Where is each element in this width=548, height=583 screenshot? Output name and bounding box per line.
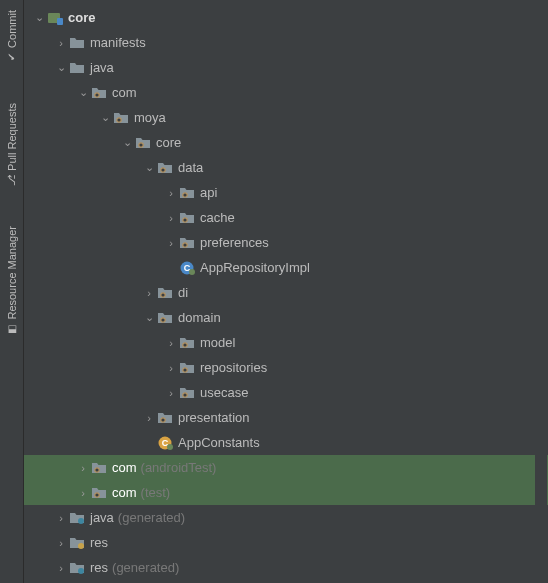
package-icon bbox=[178, 209, 196, 227]
svg-point-16 bbox=[183, 392, 187, 396]
chevron-right-icon[interactable]: › bbox=[164, 387, 178, 399]
svg-point-8 bbox=[183, 242, 187, 246]
tree-row-package-cache[interactable]: ›cache bbox=[24, 205, 548, 230]
svg-rect-1 bbox=[57, 18, 63, 25]
project-tree[interactable]: ⌄core›manifests⌄java⌄com⌄moya⌄core⌄data›… bbox=[24, 0, 548, 583]
chevron-right-icon[interactable]: › bbox=[164, 212, 178, 224]
tree-row-package-presentation[interactable]: ›presentation bbox=[24, 405, 548, 430]
commit-icon: ✔ bbox=[6, 52, 17, 63]
side-tab-label: Resource Manager bbox=[6, 226, 18, 320]
chevron-down-icon[interactable]: ⌄ bbox=[142, 311, 156, 324]
genfolder-icon bbox=[68, 509, 86, 527]
tree-hint: (test) bbox=[141, 485, 171, 500]
package-icon bbox=[156, 309, 174, 327]
chevron-right-icon[interactable]: › bbox=[54, 537, 68, 549]
tree-label: com bbox=[112, 485, 137, 500]
tree-row-folder-java[interactable]: ⌄java bbox=[24, 55, 548, 80]
chevron-right-icon[interactable]: › bbox=[142, 287, 156, 299]
tree-row-package-model[interactable]: ›model bbox=[24, 330, 548, 355]
tree-row-package-di[interactable]: ›di bbox=[24, 280, 548, 305]
tree-label: com bbox=[112, 85, 137, 100]
tree-hint: (androidTest) bbox=[141, 460, 217, 475]
svg-point-3 bbox=[117, 117, 121, 121]
resfolder-icon bbox=[68, 534, 86, 552]
tree-row-package-data[interactable]: ⌄data bbox=[24, 155, 548, 180]
svg-point-17 bbox=[161, 417, 165, 421]
tree-row-package-preferences[interactable]: ›preferences bbox=[24, 230, 548, 255]
package-icon bbox=[134, 134, 152, 152]
kclass-icon: C bbox=[178, 259, 196, 277]
chevron-right-icon[interactable]: › bbox=[142, 412, 156, 424]
tool-window-bar: ✔ Commit ⎇ Pull Requests ◧ Resource Mana… bbox=[0, 0, 24, 583]
tree-row-folder-res-generated[interactable]: ›res(generated) bbox=[24, 555, 548, 580]
tree-row-package-com-test[interactable]: ›com(test) bbox=[24, 480, 548, 505]
chevron-down-icon[interactable]: ⌄ bbox=[76, 86, 90, 99]
svg-point-11 bbox=[189, 269, 195, 275]
module-icon bbox=[46, 9, 64, 27]
package-icon bbox=[178, 184, 196, 202]
tree-row-package-usecase[interactable]: ›usecase bbox=[24, 380, 548, 405]
package-icon bbox=[178, 359, 196, 377]
chevron-right-icon[interactable]: › bbox=[164, 362, 178, 374]
tree-label: model bbox=[200, 335, 235, 350]
side-tab-commit[interactable]: ✔ Commit bbox=[6, 10, 18, 63]
tree-label: cache bbox=[200, 210, 235, 225]
chevron-right-icon[interactable]: › bbox=[164, 187, 178, 199]
tree-row-package-com[interactable]: ⌄com bbox=[24, 80, 548, 105]
tree-label: presentation bbox=[178, 410, 250, 425]
svg-point-15 bbox=[183, 367, 187, 371]
side-tab-resource-manager[interactable]: ◧ Resource Manager bbox=[6, 226, 18, 335]
tree-row-folder-manifests[interactable]: ›manifests bbox=[24, 30, 548, 55]
folder-icon bbox=[68, 59, 86, 77]
scrollbar-vertical[interactable] bbox=[535, 0, 547, 583]
chevron-down-icon[interactable]: ⌄ bbox=[54, 61, 68, 74]
chevron-right-icon[interactable]: › bbox=[164, 337, 178, 349]
svg-point-22 bbox=[95, 492, 99, 496]
chevron-right-icon[interactable]: › bbox=[164, 237, 178, 249]
svg-point-25 bbox=[78, 568, 84, 574]
package-icon bbox=[112, 109, 130, 127]
tree-row-package-api[interactable]: ›api bbox=[24, 180, 548, 205]
tree-row-file-appconstants[interactable]: ›CAppConstants bbox=[24, 430, 548, 455]
package-icon bbox=[90, 84, 108, 102]
chevron-down-icon[interactable]: ⌄ bbox=[98, 111, 112, 124]
svg-point-23 bbox=[78, 518, 84, 524]
tree-row-file-apprepositoryimpl[interactable]: ›CAppRepositoryImpl bbox=[24, 255, 548, 280]
svg-point-6 bbox=[183, 192, 187, 196]
svg-point-4 bbox=[139, 142, 143, 146]
chevron-right-icon[interactable]: › bbox=[76, 487, 90, 499]
chevron-right-icon[interactable]: › bbox=[54, 512, 68, 524]
package-icon bbox=[178, 334, 196, 352]
svg-point-20 bbox=[167, 444, 173, 450]
tree-label: res bbox=[90, 560, 108, 575]
tree-row-package-domain[interactable]: ⌄domain bbox=[24, 305, 548, 330]
tree-row-folder-res[interactable]: ›res bbox=[24, 530, 548, 555]
side-tab-pull-requests[interactable]: ⎇ Pull Requests bbox=[6, 103, 18, 186]
tree-row-package-repositories[interactable]: ›repositories bbox=[24, 355, 548, 380]
package-icon bbox=[156, 284, 174, 302]
chevron-down-icon[interactable]: ⌄ bbox=[142, 161, 156, 174]
tree-row-package-com-androidtest[interactable]: ›com(androidTest) bbox=[24, 455, 548, 480]
package-icon bbox=[156, 159, 174, 177]
tree-label: res bbox=[90, 535, 108, 550]
tree-label: core bbox=[156, 135, 181, 150]
tree-label: data bbox=[178, 160, 203, 175]
genfolder-icon bbox=[68, 559, 86, 577]
tree-row-package-moya[interactable]: ⌄moya bbox=[24, 105, 548, 130]
svg-point-7 bbox=[183, 217, 187, 221]
tree-label: usecase bbox=[200, 385, 248, 400]
tree-label: AppRepositoryImpl bbox=[200, 260, 310, 275]
tree-row-module-core[interactable]: ⌄core bbox=[24, 5, 548, 30]
package-icon bbox=[90, 459, 108, 477]
chevron-right-icon[interactable]: › bbox=[54, 37, 68, 49]
tree-label: java bbox=[90, 510, 114, 525]
tree-row-folder-java-generated[interactable]: ›java(generated) bbox=[24, 505, 548, 530]
side-tab-label: Pull Requests bbox=[6, 103, 18, 171]
side-tab-label: Commit bbox=[6, 10, 18, 48]
chevron-right-icon[interactable]: › bbox=[54, 562, 68, 574]
chevron-down-icon[interactable]: ⌄ bbox=[120, 136, 134, 149]
tree-row-package-core[interactable]: ⌄core bbox=[24, 130, 548, 155]
tree-label: di bbox=[178, 285, 188, 300]
chevron-right-icon[interactable]: › bbox=[76, 462, 90, 474]
chevron-down-icon[interactable]: ⌄ bbox=[32, 11, 46, 24]
